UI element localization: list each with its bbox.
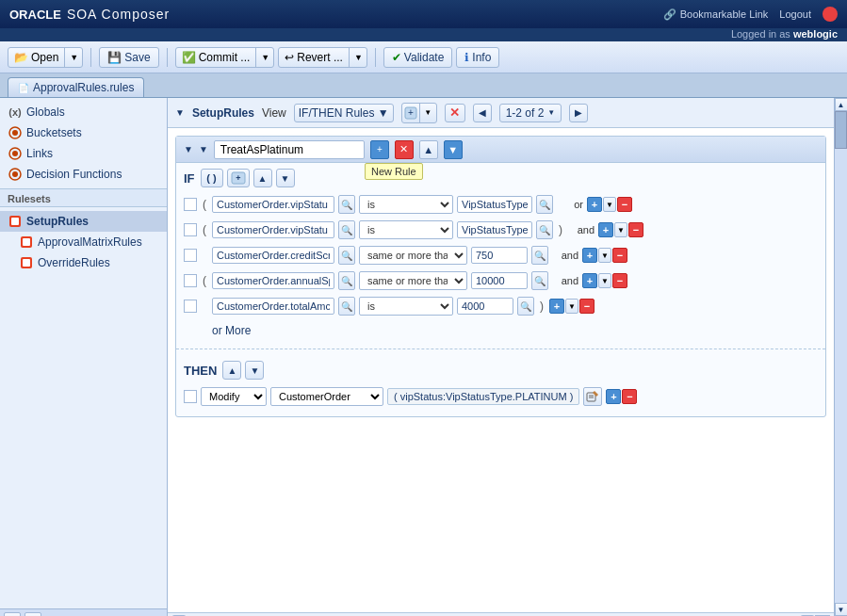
paren-open-btn[interactable]: ( ) [201, 169, 223, 187]
cond-value-search-5[interactable]: 🔍 [517, 297, 534, 316]
page-dropdown-icon[interactable]: ▼ [547, 108, 555, 117]
cond-add-2[interactable]: + [598, 222, 613, 237]
rule-toggle-2[interactable]: ▼ [199, 144, 208, 154]
cond-search-2[interactable]: 🔍 [338, 220, 355, 239]
cond-del-2[interactable]: − [628, 222, 643, 237]
bookmarkable-link[interactable]: Bookmarkable Link [680, 8, 769, 20]
scroll-track[interactable] [835, 111, 847, 603]
rule-toggle[interactable]: ▼ [184, 144, 193, 154]
cond-value-search-3[interactable]: 🔍 [531, 246, 548, 265]
then-field-select[interactable]: CustomerOrder [270, 387, 383, 406]
open-button[interactable]: 📂 Open [8, 48, 65, 67]
sidebar-item-bucketsets[interactable]: Bucketsets [0, 122, 167, 143]
cond-add-dropdown-4[interactable]: ▼ [598, 273, 611, 288]
rule-delete-btn[interactable]: ✕ [395, 140, 414, 159]
revert-button[interactable]: ↩ Revert ... [279, 48, 350, 67]
sidebar-up-btn[interactable]: ▲ [4, 612, 21, 617]
cond-checkbox-1[interactable] [184, 198, 197, 211]
rule-add-btn[interactable]: + [370, 140, 389, 159]
rule-down-btn[interactable]: ▼ [444, 140, 463, 159]
cond-add-5[interactable]: + [549, 299, 564, 314]
cond-operator-2[interactable]: is same or more than [359, 220, 453, 239]
cond-field-2[interactable] [212, 221, 334, 238]
sidebar-item-approval-matrix[interactable]: ApprovalMatrixRules [0, 232, 167, 252]
sidebar-item-setup-rules[interactable]: SetupRules [0, 211, 167, 232]
then-up-btn[interactable]: ▲ [222, 361, 241, 380]
cond-add-dropdown-2[interactable]: ▼ [614, 222, 627, 237]
cond-add-1[interactable]: + [587, 197, 602, 212]
prev-page-btn[interactable]: ◀ [473, 104, 492, 122]
cond-operator-5[interactable]: is same or more than [359, 297, 453, 316]
then-checkbox-1[interactable] [184, 390, 197, 403]
validate-button[interactable]: ✔ Validate [383, 47, 452, 68]
cond-del-3[interactable]: − [612, 248, 627, 263]
cond-value-4[interactable] [471, 272, 528, 289]
cond-value-search-2[interactable]: 🔍 [536, 220, 553, 239]
sidebar-item-override-rules[interactable]: OverrideRules [0, 252, 167, 273]
cond-del-4[interactable]: − [612, 273, 627, 288]
cond-add-dropdown-1[interactable]: ▼ [603, 197, 616, 212]
add-condition-btn[interactable]: + [227, 169, 250, 187]
cond-value-search-4[interactable]: 🔍 [531, 271, 548, 290]
cond-del-1[interactable]: − [617, 197, 632, 212]
info-button[interactable]: ℹ Info [456, 47, 499, 68]
cond-search-5[interactable]: 🔍 [338, 297, 355, 316]
add-rule-btn[interactable]: + [402, 104, 419, 122]
cond-checkbox-2[interactable] [184, 223, 197, 236]
add-rule-dropdown[interactable]: ▼ [419, 104, 436, 122]
scroll-down-arrow[interactable]: ▼ [835, 603, 848, 616]
commit-dropdown[interactable]: ✅ Commit ... ▼ [175, 47, 275, 68]
sidebar-item-globals[interactable]: (x) Globals [0, 102, 167, 122]
cond-checkbox-4[interactable] [184, 274, 197, 287]
add-rule-group[interactable]: + ▼ [401, 103, 437, 123]
revert-dropdown-arrow[interactable]: ▼ [350, 50, 366, 65]
cond-search-3[interactable]: 🔍 [338, 246, 355, 265]
then-del-btn[interactable]: − [622, 389, 637, 404]
save-button[interactable]: 💾 Save [99, 47, 158, 68]
then-down-btn[interactable]: ▼ [245, 361, 264, 380]
cond-operator-1[interactable]: is same or more than [359, 195, 453, 214]
next-page-btn[interactable]: ▶ [569, 104, 588, 122]
open-dropdown[interactable]: 📂 Open ▼ [8, 47, 83, 68]
cond-field-1[interactable] [212, 196, 334, 213]
cond-add-4[interactable]: + [582, 273, 597, 288]
cond-add-3[interactable]: + [582, 248, 597, 263]
cond-checkbox-3[interactable] [184, 249, 197, 262]
cond-operator-4[interactable]: same or more than is [359, 271, 467, 290]
then-action-select[interactable]: Modify [201, 387, 267, 406]
commit-dropdown-arrow[interactable]: ▼ [257, 50, 273, 65]
logout-link[interactable]: Logout [779, 8, 811, 20]
sidebar-down-btn[interactable]: ▼ [24, 612, 41, 617]
cond-search-1[interactable]: 🔍 [338, 195, 355, 214]
scroll-up-arrow[interactable]: ▲ [835, 98, 848, 111]
then-edit-btn[interactable] [583, 387, 602, 406]
if-up-btn[interactable]: ▲ [253, 169, 272, 187]
delete-rule-btn[interactable]: ✕ [445, 104, 465, 122]
rule-up-btn[interactable]: ▲ [419, 140, 438, 159]
sidebar-item-links[interactable]: Links [0, 143, 167, 164]
toggle-arrow[interactable]: ▼ [175, 107, 185, 118]
cond-add-dropdown-5[interactable]: ▼ [565, 299, 578, 314]
cond-value-2[interactable] [457, 221, 532, 238]
cond-field-3[interactable] [212, 247, 334, 264]
cond-field-4[interactable] [212, 272, 334, 289]
cond-search-4[interactable]: 🔍 [338, 271, 355, 290]
cond-value-5[interactable] [457, 298, 513, 315]
cond-checkbox-5[interactable] [184, 300, 197, 313]
cond-field-5[interactable] [212, 298, 334, 315]
tab-approval-rules[interactable]: 📄 ApprovalRules.rules [8, 77, 144, 97]
sidebar-item-decision-functions[interactable]: Decision Functions [0, 164, 167, 185]
view-select[interactable]: IF/THEN Rules ▼ [294, 104, 394, 122]
open-dropdown-arrow[interactable]: ▼ [66, 50, 82, 65]
rule-name-input[interactable] [214, 140, 365, 159]
cond-del-5[interactable]: − [579, 299, 595, 314]
commit-button[interactable]: ✅ Commit ... [176, 48, 257, 67]
then-add-btn[interactable]: + [606, 389, 621, 404]
if-down-btn[interactable]: ▼ [276, 169, 295, 187]
cond-value-search-1[interactable]: 🔍 [536, 195, 553, 214]
cond-value-1[interactable] [457, 196, 532, 213]
cond-operator-3[interactable]: same or more than is [359, 246, 467, 265]
cond-add-dropdown-3[interactable]: ▼ [598, 248, 611, 263]
revert-dropdown[interactable]: ↩ Revert ... ▼ [278, 47, 367, 68]
cond-value-3[interactable] [471, 247, 528, 264]
